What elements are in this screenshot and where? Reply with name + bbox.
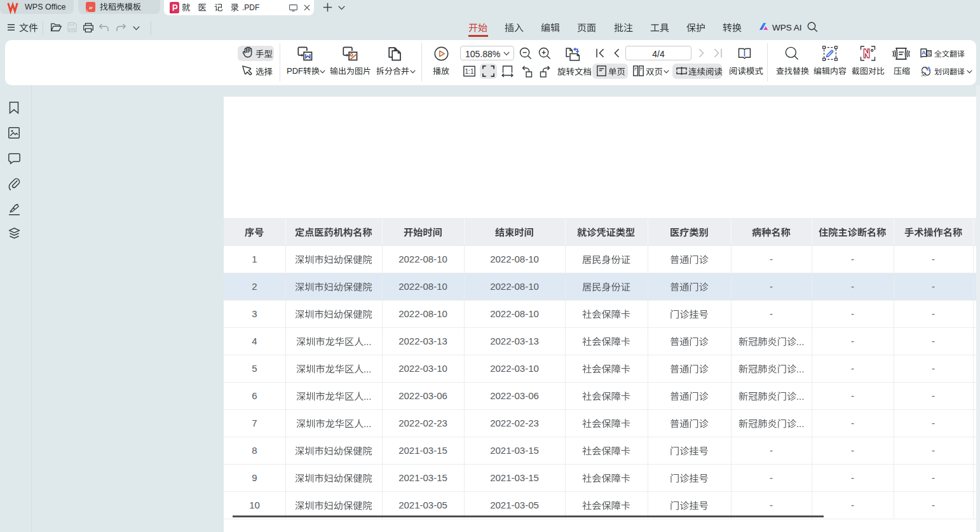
svg-text:A: A	[922, 49, 926, 56]
svg-text:A: A	[927, 65, 931, 72]
svg-text:1:1: 1:1	[465, 68, 474, 75]
